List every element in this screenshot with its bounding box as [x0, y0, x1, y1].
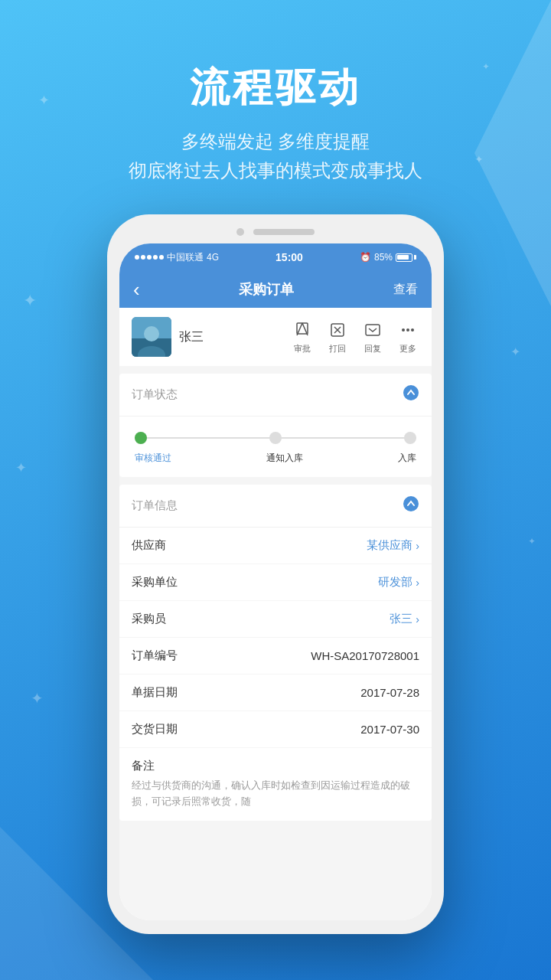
- supplier-label: 供应商: [132, 538, 166, 553]
- battery-icon: [396, 253, 416, 262]
- reply-label: 回复: [364, 343, 381, 354]
- reject-label: 打回: [329, 343, 346, 354]
- reject-icon: [326, 319, 349, 341]
- delivery-date-value: 2017-07-30: [360, 723, 419, 736]
- svg-point-15: [403, 496, 419, 511]
- approve-icon: [291, 319, 314, 341]
- chevron-icon: ›: [416, 540, 419, 552]
- doc-date-label: 单据日期: [132, 685, 178, 700]
- svg-point-11: [402, 328, 405, 332]
- delivery-date-row: 交货日期 2017-07-30: [119, 711, 432, 748]
- alarm-icon: ⏰: [360, 252, 371, 263]
- order-info-title: 订单信息: [132, 498, 178, 513]
- signal-dots: [135, 255, 164, 260]
- chevron-icon: ›: [416, 613, 419, 626]
- user-name: 张三: [179, 329, 283, 345]
- svg-point-12: [406, 328, 409, 332]
- action-buttons: 审批 打回: [291, 319, 419, 354]
- nav-title: 采购订单: [239, 280, 294, 299]
- svg-point-13: [411, 328, 414, 332]
- buyer-row[interactable]: 采购员 张三 ›: [119, 601, 432, 638]
- phone-speaker: [253, 229, 315, 235]
- supplier-row[interactable]: 供应商 某供应商 ›: [119, 528, 432, 564]
- step-2: [269, 432, 282, 444]
- user-action-bar: 张三 审批: [119, 308, 432, 366]
- approve-label: 审批: [294, 343, 311, 354]
- purchase-unit-label: 采购单位: [132, 575, 178, 590]
- status-left: 中国联通 4G: [135, 251, 219, 264]
- phone-frame: 中国联通 4G 15:00 ⏰ 85% ‹: [107, 214, 444, 934]
- buyer-label: 采购员: [132, 612, 166, 626]
- nav-bar: ‹ 采购订单 查看: [119, 271, 432, 308]
- order-info-section: 订单信息 供应商 某供应商 ›: [119, 485, 432, 821]
- more-icon: [396, 319, 419, 341]
- order-number-label: 订单编号: [132, 648, 178, 663]
- progress-container: 审核通过 通知入库 入库: [119, 416, 432, 477]
- supplier-value[interactable]: 某供应商 ›: [367, 538, 419, 553]
- more-label: 更多: [399, 343, 416, 354]
- status-right: ⏰ 85%: [360, 252, 416, 263]
- phone-notch: [119, 228, 432, 243]
- carrier: 中国联通: [167, 251, 204, 264]
- phone-dot: [236, 228, 244, 236]
- delivery-date-label: 交货日期: [132, 722, 178, 737]
- hero-section: 流程驱动 多终端发起 多维度提醒 彻底将过去人找事的模式变成事找人: [0, 0, 551, 217]
- order-info-toggle[interactable]: [403, 495, 419, 516]
- content-area: 张三 审批: [119, 308, 432, 920]
- purchase-unit-row[interactable]: 采购单位 研发部 ›: [119, 564, 432, 601]
- purchase-unit-value[interactable]: 研发部 ›: [378, 575, 419, 590]
- note-label: 备注: [132, 759, 419, 773]
- back-button[interactable]: ‹: [133, 278, 140, 302]
- nav-action-button[interactable]: 查看: [393, 282, 418, 298]
- step-1: [135, 432, 147, 444]
- sub-line2: 彻底将过去人找事的模式变成事找人: [0, 156, 551, 185]
- more-button[interactable]: 更多: [396, 319, 419, 354]
- step-label-1: 审核通过: [135, 452, 171, 465]
- buyer-value[interactable]: 张三 ›: [390, 612, 419, 626]
- chevron-icon: ›: [416, 577, 419, 589]
- step-label-3: 入库: [398, 452, 416, 465]
- order-number-value: WH-SA20170728001: [311, 649, 419, 662]
- order-info-header: 订单信息: [119, 485, 432, 528]
- svg-point-14: [403, 385, 419, 400]
- step-label-2: 通知入库: [266, 452, 303, 465]
- order-number-row: 订单编号 WH-SA20170728001: [119, 638, 432, 675]
- svg-point-2: [144, 326, 159, 341]
- main-title: 流程驱动: [0, 61, 551, 115]
- order-status-header: 订单状态: [119, 374, 432, 416]
- avatar-image: [132, 317, 171, 357]
- sub-line1: 多终端发起 多维度提醒: [0, 127, 551, 156]
- sub-title: 多终端发起 多维度提醒 彻底将过去人找事的模式变成事找人: [0, 127, 551, 186]
- status-time: 15:00: [276, 251, 303, 263]
- reject-button[interactable]: 打回: [326, 319, 349, 354]
- doc-date-row: 单据日期 2017-07-28: [119, 675, 432, 711]
- note-section: 备注 经过与供货商的沟通，确认入库时如检查到因运输过程造成的破损，可记录后照常收…: [119, 748, 432, 821]
- reply-button[interactable]: 回复: [361, 319, 384, 354]
- note-text: 经过与供货商的沟通，确认入库时如检查到因运输过程造成的破损，可记录后照常收货，随: [132, 778, 419, 810]
- status-bar: 中国联通 4G 15:00 ⏰ 85%: [119, 243, 432, 271]
- progress-track: [135, 432, 416, 444]
- order-status-section: 订单状态: [119, 374, 432, 477]
- phone-mockup: 中国联通 4G 15:00 ⏰ 85% ‹: [107, 214, 444, 934]
- user-avatar: [132, 317, 171, 357]
- doc-date-value: 2017-07-28: [360, 686, 419, 699]
- progress-labels: 审核通过 通知入库 入库: [135, 452, 416, 465]
- order-status-toggle[interactable]: [403, 384, 419, 405]
- svg-rect-10: [366, 325, 380, 335]
- network: 4G: [207, 252, 219, 263]
- reply-icon: [361, 319, 384, 341]
- phone-screen: 中国联通 4G 15:00 ⏰ 85% ‹: [119, 243, 432, 920]
- step-3: [404, 432, 416, 444]
- approve-button[interactable]: 审批: [291, 319, 314, 354]
- order-status-title: 订单状态: [132, 387, 178, 402]
- battery-percent: 85%: [374, 252, 393, 263]
